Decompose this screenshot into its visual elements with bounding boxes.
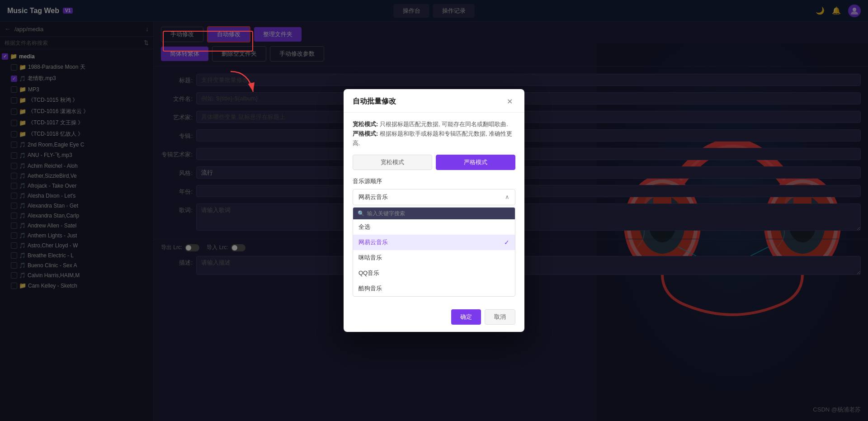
dialog-desc: 宽松模式: 只根据标题匹配元数据, 可能存在同名或翻唱歌曲. 严格模式: 根据标…	[353, 120, 515, 148]
dropdown-search-bar: 🔍	[353, 208, 515, 219]
loose-mode-desc: 只根据标题匹配元数据, 可能存在同名或翻唱歌曲.	[380, 121, 508, 128]
dropdown-option-label: 网易云音乐	[359, 238, 388, 246]
source-dropdown-menu: 🔍 全选网易云音乐✓咪咕音乐QQ音乐酷狗音乐	[353, 207, 515, 297]
dropdown-option-label: 全选	[359, 223, 370, 231]
strict-mode-btn[interactable]: 严格模式	[436, 155, 515, 170]
dropdown-items-list: 全选网易云音乐✓咪咕音乐QQ音乐酷狗音乐	[353, 219, 515, 296]
dropdown-option-label: 咪咕音乐	[359, 254, 382, 262]
chevron-up-icon: ∧	[505, 194, 509, 200]
source-section-label: 音乐源顺序	[353, 177, 515, 185]
dropdown-option[interactable]: 全选	[353, 219, 515, 235]
dialog-title: 自动批量修改	[353, 97, 396, 106]
source-dropdown[interactable]: 网易云音乐 ∧	[353, 189, 515, 205]
confirm-btn[interactable]: 确定	[451, 309, 481, 325]
dropdown-option-label: 酷狗音乐	[359, 284, 382, 293]
dropdown-option[interactable]: QQ音乐	[353, 265, 515, 281]
dialog-footer: 确定 取消	[344, 304, 524, 332]
mode-row: 宽松模式 严格模式	[353, 155, 515, 170]
loose-mode-label: 宽松模式:	[353, 121, 378, 128]
search-icon: 🔍	[358, 210, 364, 217]
dropdown-option[interactable]: 酷狗音乐	[353, 281, 515, 296]
dialog-header: 自动批量修改 ✕	[344, 89, 524, 113]
dropdown-option-label: QQ音乐	[359, 269, 379, 277]
loose-mode-btn[interactable]: 宽松模式	[353, 155, 432, 170]
dropdown-search-input[interactable]	[367, 210, 510, 217]
dropdown-option[interactable]: 网易云音乐✓	[353, 235, 515, 250]
cancel-btn[interactable]: 取消	[485, 309, 515, 325]
dialog-overlay[interactable]: 自动批量修改 ✕ 宽松模式: 只根据标题匹配元数据, 可能存在同名或翻唱歌曲. …	[0, 0, 868, 421]
dialog-close-btn[interactable]: ✕	[504, 96, 515, 107]
strict-mode-label: 严格模式:	[353, 130, 378, 137]
selected-source-text: 网易云音乐	[359, 193, 388, 201]
check-icon: ✓	[504, 239, 509, 246]
dropdown-option[interactable]: 咪咕音乐	[353, 250, 515, 265]
dialog-body: 宽松模式: 只根据标题匹配元数据, 可能存在同名或翻唱歌曲. 严格模式: 根据标…	[344, 113, 524, 303]
auto-batch-dialog: 自动批量修改 ✕ 宽松模式: 只根据标题匹配元数据, 可能存在同名或翻唱歌曲. …	[344, 89, 524, 331]
